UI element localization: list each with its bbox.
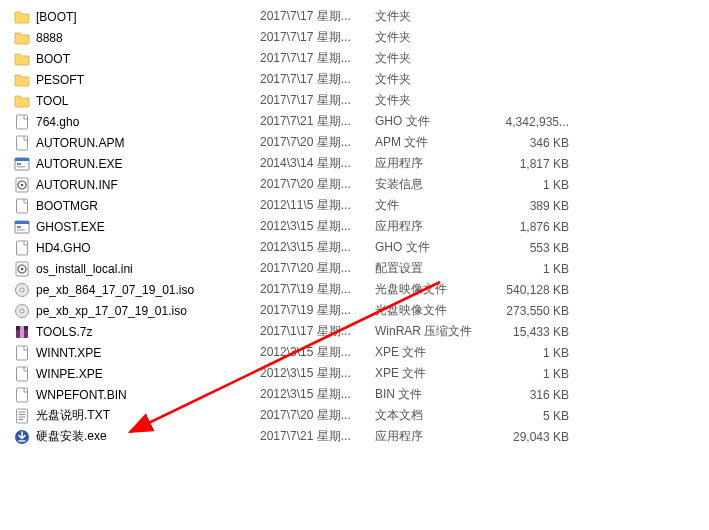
file-icon: [14, 366, 30, 382]
file-date: 2017\7\19 星期...: [260, 302, 375, 319]
file-row[interactable]: AUTORUN.APM2017\7\20 星期...APM 文件346 KB: [0, 132, 709, 153]
file-row[interactable]: GHOST.EXE2012\3\15 星期...应用程序1,876 KB: [0, 216, 709, 237]
file-date: 2012\3\15 星期...: [260, 239, 375, 256]
file-row[interactable]: pe_xb_864_17_07_19_01.iso2017\7\19 星期...…: [0, 279, 709, 300]
file-type: 应用程序: [375, 155, 485, 172]
file-icon: [14, 387, 30, 403]
file-name-cell: GHOST.EXE: [14, 219, 260, 235]
file-row[interactable]: WINPE.XPE2012\3\15 星期...XPE 文件1 KB: [0, 363, 709, 384]
file-size: 1 KB: [485, 178, 577, 192]
file-date: 2017\7\21 星期...: [260, 113, 375, 130]
file-icon: [14, 198, 30, 214]
file-type: WinRAR 压缩文件: [375, 323, 485, 340]
file-type: 安装信息: [375, 176, 485, 193]
file-date: 2017\7\17 星期...: [260, 29, 375, 46]
file-name-cell: 8888: [14, 30, 260, 46]
file-row[interactable]: 88882017\7\17 星期...文件夹: [0, 27, 709, 48]
file-name: HD4.GHO: [36, 241, 91, 255]
file-name: PESOFT: [36, 73, 84, 87]
file-name-cell: 764.gho: [14, 114, 260, 130]
file-name-cell: WINNT.XPE: [14, 345, 260, 361]
file-list: [BOOT]2017\7\17 星期...文件夹88882017\7\17 星期…: [0, 0, 709, 447]
file-type: GHO 文件: [375, 239, 485, 256]
file-date: 2017\7\20 星期...: [260, 176, 375, 193]
file-row[interactable]: TOOLS.7z2017\1\17 星期...WinRAR 压缩文件15,433…: [0, 321, 709, 342]
file-size: 5 KB: [485, 409, 577, 423]
file-row[interactable]: 光盘说明.TXT2017\7\20 星期...文本文档5 KB: [0, 405, 709, 426]
svg-rect-25: [17, 346, 28, 360]
file-type: 文本文档: [375, 407, 485, 424]
file-row[interactable]: 764.gho2017\7\21 星期...GHO 文件4,342,935...: [0, 111, 709, 132]
file-row[interactable]: AUTORUN.EXE2014\3\14 星期...应用程序1,817 KB: [0, 153, 709, 174]
file-date: 2012\11\5 星期...: [260, 197, 375, 214]
file-row[interactable]: 硬盘安装.exe2017\7\21 星期...应用程序29,043 KB: [0, 426, 709, 447]
file-name-cell: AUTORUN.APM: [14, 135, 260, 151]
file-type: 应用程序: [375, 218, 485, 235]
file-size: 389 KB: [485, 199, 577, 213]
file-row[interactable]: pe_xb_xp_17_07_19_01.iso2017\7\19 星期...光…: [0, 300, 709, 321]
svg-rect-27: [17, 388, 28, 402]
file-name-cell: pe_xb_864_17_07_19_01.iso: [14, 282, 260, 298]
file-row[interactable]: HD4.GHO2012\3\15 星期...GHO 文件553 KB: [0, 237, 709, 258]
svg-rect-1: [17, 136, 28, 150]
file-size: 4,342,935...: [485, 115, 577, 129]
svg-rect-13: [17, 229, 25, 231]
file-name: AUTORUN.EXE: [36, 157, 122, 171]
file-name-cell: AUTORUN.EXE: [14, 156, 260, 172]
svg-rect-24: [20, 326, 24, 338]
svg-point-8: [21, 183, 24, 186]
file-size: 1 KB: [485, 262, 577, 276]
file-icon: [14, 135, 30, 151]
file-size: 1 KB: [485, 346, 577, 360]
file-row[interactable]: TOOL2017\7\17 星期...文件夹: [0, 90, 709, 111]
file-size: 1,876 KB: [485, 220, 577, 234]
file-row[interactable]: os_install_local.ini2017\7\20 星期...配置设置1…: [0, 258, 709, 279]
file-type: APM 文件: [375, 134, 485, 151]
file-row[interactable]: [BOOT]2017\7\17 星期...文件夹: [0, 6, 709, 27]
file-size: 1 KB: [485, 367, 577, 381]
svg-rect-28: [17, 409, 28, 423]
file-date: 2012\3\15 星期...: [260, 365, 375, 382]
exe-icon: [14, 219, 30, 235]
svg-rect-0: [17, 115, 28, 129]
svg-point-21: [20, 309, 24, 313]
txt-icon: [14, 408, 30, 424]
file-name: BOOTMGR: [36, 199, 98, 213]
file-name: pe_xb_864_17_07_19_01.iso: [36, 283, 194, 297]
iso-icon: [14, 282, 30, 298]
svg-point-19: [20, 288, 24, 292]
folder-icon: [14, 51, 30, 67]
file-row[interactable]: PESOFT2017\7\17 星期...文件夹: [0, 69, 709, 90]
svg-point-17: [21, 267, 24, 270]
inf-icon: [14, 177, 30, 193]
folder-icon: [14, 93, 30, 109]
file-row[interactable]: BOOT2017\7\17 星期...文件夹: [0, 48, 709, 69]
file-name: [BOOT]: [36, 10, 77, 24]
file-date: 2014\3\14 星期...: [260, 155, 375, 172]
file-date: 2012\3\15 星期...: [260, 218, 375, 235]
file-date: 2017\7\17 星期...: [260, 8, 375, 25]
file-row[interactable]: WINNT.XPE2012\3\15 星期...XPE 文件1 KB: [0, 342, 709, 363]
file-type: XPE 文件: [375, 344, 485, 361]
file-row[interactable]: AUTORUN.INF2017\7\20 星期...安装信息1 KB: [0, 174, 709, 195]
file-date: 2017\7\21 星期...: [260, 428, 375, 445]
rar-icon: [14, 324, 30, 340]
installer-icon: [14, 429, 30, 445]
iso-icon: [14, 303, 30, 319]
file-name: 764.gho: [36, 115, 79, 129]
file-name: 光盘说明.TXT: [36, 407, 110, 424]
file-date: 2017\7\17 星期...: [260, 92, 375, 109]
file-date: 2017\7\20 星期...: [260, 260, 375, 277]
ini-icon: [14, 261, 30, 277]
file-name: pe_xb_xp_17_07_19_01.iso: [36, 304, 187, 318]
file-name: AUTORUN.INF: [36, 178, 118, 192]
file-type: 文件夹: [375, 92, 485, 109]
file-type: XPE 文件: [375, 365, 485, 382]
file-row[interactable]: WNPEFONT.BIN2012\3\15 星期...BIN 文件316 KB: [0, 384, 709, 405]
file-name: WINPE.XPE: [36, 367, 103, 381]
file-date: 2017\7\19 星期...: [260, 281, 375, 298]
file-row[interactable]: BOOTMGR2012\11\5 星期...文件389 KB: [0, 195, 709, 216]
file-date: 2017\7\17 星期...: [260, 71, 375, 88]
file-type: GHO 文件: [375, 113, 485, 130]
file-name: WNPEFONT.BIN: [36, 388, 127, 402]
